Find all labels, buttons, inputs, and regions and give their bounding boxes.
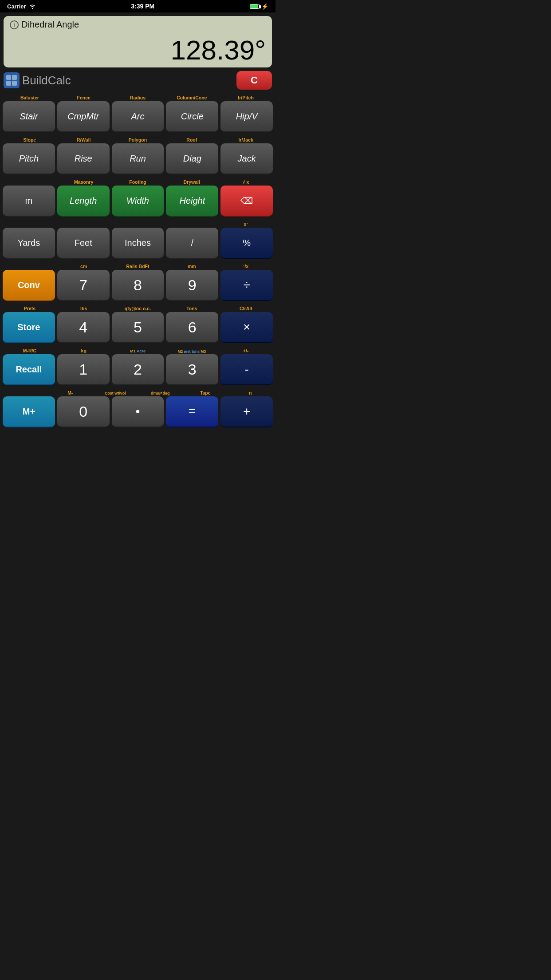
display-value: 128.39°: [10, 36, 266, 64]
btn-row-4: Yards Feet Inches / %: [3, 228, 273, 259]
three-label: 3: [188, 362, 197, 377]
label-empty-5: [3, 260, 57, 270]
backspace-button[interactable]: ⌫: [220, 186, 273, 217]
recall-button[interactable]: Recall: [3, 354, 55, 385]
bolt-icon: ⚡: [261, 3, 268, 10]
btn-row-5: Conv 7 8 9 ÷: [3, 270, 273, 301]
six-label: 6: [188, 320, 197, 335]
zero-button[interactable]: 0: [57, 396, 110, 427]
percent-label: %: [243, 238, 251, 247]
label-drywall: Drywall: [165, 176, 219, 186]
label-dms-deg: dms⇌deg: [138, 387, 183, 396]
label-row-2: Slope R/Wall Polygon Roof lr/Jack: [3, 134, 273, 143]
wifi-icon: [29, 4, 36, 9]
store-label: Store: [17, 323, 40, 332]
label-qty-oc: qty@oc o.c.: [111, 302, 165, 312]
nine-button[interactable]: 9: [166, 270, 218, 301]
status-bar: Carrier 3:39 PM ⚡: [0, 0, 276, 12]
btn-row-2: Pitch Rise Run Diag Jack: [3, 143, 273, 174]
label-xsquared: x²: [219, 218, 273, 228]
divide-button[interactable]: ÷: [220, 270, 273, 301]
m-button[interactable]: m: [3, 186, 55, 217]
rise-label: Rise: [75, 154, 92, 163]
diag-label: Diag: [183, 154, 201, 163]
label-rwall: R/Wall: [57, 134, 111, 143]
status-right: ⚡: [250, 3, 268, 10]
label-column-cone: Column/Cone: [165, 91, 219, 101]
calculator-display: i Dihedral Angle 128.39°: [4, 16, 272, 67]
minus-label: -: [244, 363, 248, 375]
label-polygon: Polygon: [111, 134, 165, 143]
yards-button[interactable]: Yards: [3, 228, 55, 259]
four-label: 4: [79, 320, 87, 335]
battery-icon: [250, 4, 260, 9]
rise-button[interactable]: Rise: [57, 143, 110, 174]
one-label: 1: [79, 362, 87, 377]
label-baluster: Baluster: [3, 91, 57, 101]
stair-button[interactable]: Stair: [3, 101, 55, 132]
store-button[interactable]: Store: [3, 312, 55, 343]
eight-label: 8: [134, 277, 142, 292]
label-radius: Radius: [111, 91, 165, 101]
plus-label: +: [243, 405, 250, 418]
clear-button[interactable]: C: [236, 71, 272, 90]
five-button[interactable]: 5: [112, 312, 164, 343]
label-tape: Tape: [183, 387, 228, 396]
label-ir-jack: lr/Jack: [219, 134, 273, 143]
inches-button[interactable]: Inches: [112, 228, 164, 259]
jack-label: Jack: [238, 154, 256, 163]
label-footing: Footing: [111, 176, 165, 186]
label-row-5: cm Rails BdFt mm ¹/x: [3, 260, 273, 270]
logo-icon: [4, 72, 20, 88]
mplus-label: M+: [23, 407, 35, 416]
label-tons: Tons: [165, 302, 219, 312]
jack-button[interactable]: Jack: [220, 143, 273, 174]
two-button[interactable]: 2: [112, 354, 164, 385]
label-slope: Slope: [3, 134, 57, 143]
dot-label: •: [136, 405, 140, 418]
conv-button[interactable]: Conv: [3, 270, 55, 301]
pitch-button[interactable]: Pitch: [3, 143, 55, 174]
seven-button[interactable]: 7: [57, 270, 110, 301]
minus-button[interactable]: -: [220, 354, 273, 385]
nine-label: 9: [188, 277, 197, 292]
one-button[interactable]: 1: [57, 354, 110, 385]
slash-button[interactable]: /: [166, 228, 218, 259]
info-icon[interactable]: i: [10, 20, 19, 29]
eight-button[interactable]: 8: [112, 270, 164, 301]
label-cm: cm: [57, 260, 111, 270]
diag-button[interactable]: Diag: [166, 143, 218, 174]
label-empty-4b: [57, 218, 111, 228]
circle-button[interactable]: Circle: [166, 101, 218, 132]
yards-label: Yards: [18, 238, 40, 247]
label-roof: Roof: [165, 134, 219, 143]
width-button[interactable]: Width: [112, 186, 164, 217]
run-button[interactable]: Run: [112, 143, 164, 174]
multiply-button[interactable]: ×: [220, 312, 273, 343]
feet-button[interactable]: Feet: [57, 228, 110, 259]
height-button[interactable]: Height: [166, 186, 218, 217]
plus-button[interactable]: +: [220, 396, 273, 427]
dot-button[interactable]: •: [112, 396, 164, 427]
cmpmtr-label: CmpMtr: [67, 112, 99, 121]
run-label: Run: [130, 154, 146, 163]
label-lbs: lbs: [57, 302, 111, 312]
six-button[interactable]: 6: [166, 312, 218, 343]
hipv-label: Hip/V: [236, 112, 258, 121]
four-button[interactable]: 4: [57, 312, 110, 343]
label-empty-8: [3, 387, 48, 396]
hipv-button[interactable]: Hip/V: [220, 101, 273, 132]
cmpmtr-button[interactable]: CmpMtr: [57, 101, 110, 132]
label-cost-wtvol: Cost wt/vol: [93, 387, 138, 396]
mplus-button[interactable]: M+: [3, 396, 55, 427]
percent-button[interactable]: %: [220, 228, 273, 259]
label-row-8: M- Cost wt/vol dms⇌deg Tape π: [3, 387, 273, 396]
equals-button[interactable]: =: [166, 396, 218, 427]
app-logo: BuildCalc: [4, 72, 234, 88]
label-rails-bdft: Rails BdFt: [111, 260, 165, 270]
arc-button[interactable]: Arc: [112, 101, 164, 132]
inches-label: Inches: [125, 238, 151, 247]
length-button[interactable]: Length: [57, 186, 110, 217]
svg-rect-0: [6, 75, 11, 80]
three-button[interactable]: 3: [166, 354, 218, 385]
